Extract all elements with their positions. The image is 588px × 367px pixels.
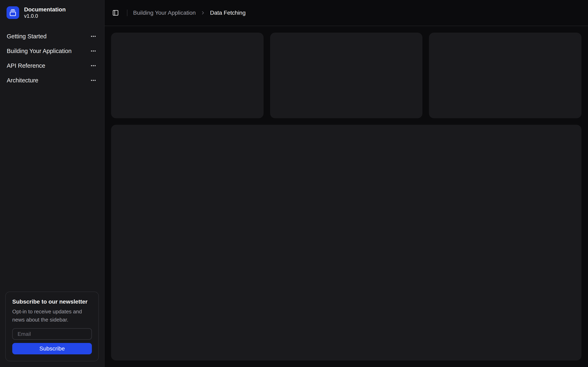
sidebar-item-label: API Reference [7,62,45,69]
sidebar-item-getting-started[interactable]: Getting Started [3,30,101,43]
skeleton-card [270,33,423,118]
breadcrumb: Building Your Application Data Fetching [133,9,246,16]
sidebar-item-api-reference[interactable]: API Reference [3,59,101,72]
sidebar: Documentation v1.0.0 Getting Started Bui… [0,0,104,367]
skeleton-card [429,33,581,118]
email-input[interactable] [12,328,92,340]
sidebar-item-label: Building Your Application [7,48,72,54]
ellipsis-icon[interactable] [89,32,97,40]
chevron-right-icon [200,10,206,16]
ellipsis-icon[interactable] [89,47,97,55]
ellipsis-icon[interactable] [89,76,97,84]
skeleton-card [111,33,264,118]
sidebar-item-label: Getting Started [7,33,47,40]
placeholder-card-grid [111,33,581,118]
skeleton-card-large [111,125,581,360]
gallery-vertical-end-icon [7,6,19,19]
main-header: Building Your Application Data Fetching [104,0,588,26]
app-identity: Documentation v1.0.0 [24,6,66,19]
sidebar-item-building-your-application[interactable]: Building Your Application [3,44,101,58]
app-title: Documentation [24,6,66,13]
sidebar-header: Documentation v1.0.0 [0,0,104,19]
subscribe-button[interactable]: Subscribe [12,343,92,354]
newsletter-card: Subscribe to our newsletter Opt-in to re… [5,292,99,361]
page-content [104,26,588,367]
app-version: v1.0.0 [24,13,66,19]
app-logo-button[interactable]: Documentation v1.0.0 [7,6,98,19]
sidebar-menu: Getting Started Building Your Applicatio… [0,30,104,87]
header-separator [127,9,127,16]
main-area: Building Your Application Data Fetching [104,0,588,367]
sidebar-toggle-button[interactable] [110,7,121,18]
sidebar-item-architecture[interactable]: Architecture [3,74,101,87]
breadcrumb-parent-link[interactable]: Building Your Application [133,9,196,16]
ellipsis-icon[interactable] [89,62,97,70]
newsletter-title: Subscribe to our newsletter [12,298,92,305]
sidebar-footer: Subscribe to our newsletter Opt-in to re… [0,292,104,367]
newsletter-description: Opt-in to receive updates and news about… [12,308,92,324]
app-root: Documentation v1.0.0 Getting Started Bui… [0,0,588,367]
panel-left-icon [112,9,119,16]
breadcrumb-current-page: Data Fetching [210,9,246,16]
sidebar-item-label: Architecture [7,77,38,84]
